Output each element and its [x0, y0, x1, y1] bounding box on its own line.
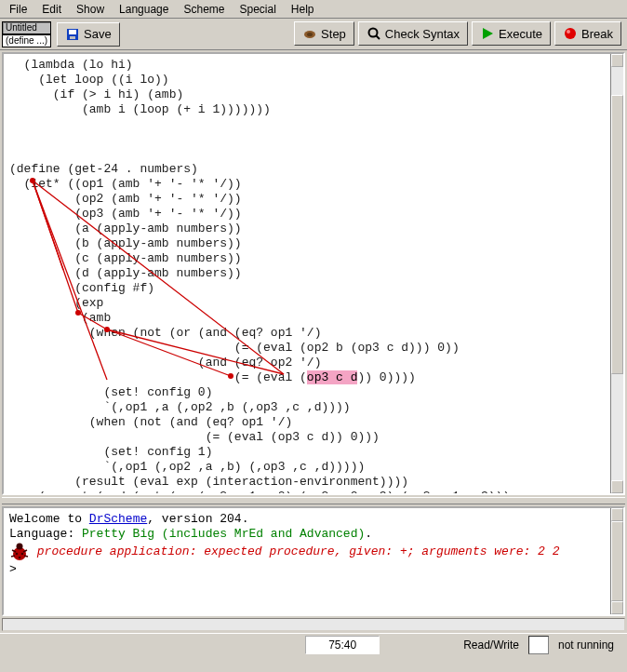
scroll-down-icon[interactable] — [611, 480, 623, 493]
svg-point-22 — [17, 544, 23, 550]
repl-text[interactable]: Welcome to DrScheme, version 204. Langua… — [4, 508, 610, 614]
step-label: Step — [321, 27, 346, 41]
code-before: (lambda (lo hi) (let loop ((i lo)) (if (… — [9, 58, 460, 384]
scroll-track[interactable] — [611, 67, 623, 480]
step-icon — [302, 26, 317, 41]
menu-help[interactable]: Help — [284, 1, 322, 18]
readwrite-label: Read/Write — [454, 638, 528, 652]
drscheme-link[interactable]: DrScheme — [89, 512, 147, 526]
svg-point-24 — [21, 553, 24, 556]
execute-icon — [480, 26, 495, 41]
execute-button[interactable]: Execute — [472, 21, 551, 46]
save-button[interactable]: Save — [57, 22, 120, 47]
break-icon — [563, 26, 578, 41]
tab-untitled[interactable]: Untitled — [2, 21, 51, 34]
menu-edit[interactable]: Edit — [34, 1, 69, 18]
welcome-prefix: Welcome to — [9, 512, 89, 526]
scroll-thumb[interactable] — [611, 95, 623, 374]
menu-bar: File Edit Show Language Scheme Special H… — [0, 0, 627, 19]
code-text[interactable]: (lambda (lo hi) (let loop ((i lo)) (if (… — [4, 54, 610, 493]
status-bar: 75:40 Read/Write not running — [0, 633, 627, 655]
svg-point-23 — [16, 553, 19, 556]
gc-indicator — [528, 636, 549, 654]
definitions-pane: (lambda (lo hi) (let loop ((i lo)) (if (… — [2, 52, 625, 495]
menu-language[interactable]: Language — [112, 1, 176, 18]
svg-point-25 — [19, 557, 21, 559]
toolbar: Untitled (define ...) Save Step Check Sy… — [0, 19, 627, 50]
svg-line-6 — [376, 35, 380, 39]
break-button[interactable]: Break — [554, 21, 621, 46]
break-label: Break — [581, 27, 613, 41]
language-value: Pretty Big (includes MrEd and Advanced) — [82, 527, 365, 541]
menu-special[interactable]: Special — [232, 1, 283, 18]
scroll-up-icon[interactable] — [611, 54, 623, 67]
save-icon — [65, 27, 80, 42]
scroll-thumb[interactable] — [611, 521, 623, 601]
check-syntax-button[interactable]: Check Syntax — [358, 21, 468, 46]
pane-splitter[interactable] — [2, 497, 625, 504]
language-period: . — [365, 527, 372, 541]
menu-show[interactable]: Show — [69, 1, 112, 18]
scroll-up-icon[interactable] — [611, 508, 623, 521]
language-label: Language: — [9, 527, 82, 541]
scroll-track[interactable] — [611, 521, 623, 601]
save-label: Save — [84, 27, 112, 41]
step-button[interactable]: Step — [294, 21, 354, 46]
horizontal-scrollbar[interactable] — [2, 618, 625, 631]
welcome-suffix: , version 204. — [147, 512, 248, 526]
code-after: )) 0)))) (set! config 0) `(,op1 ,a (,op2… — [9, 370, 510, 495]
svg-line-28 — [11, 556, 15, 557]
interactions-pane: Welcome to DrScheme, version 204. Langua… — [2, 506, 625, 616]
menu-scheme[interactable]: Scheme — [176, 1, 232, 18]
svg-rect-2 — [70, 36, 75, 39]
bug-icon — [9, 542, 30, 562]
interactions-scrollbar[interactable] — [610, 508, 623, 614]
tab-define[interactable]: (define ...) — [2, 34, 51, 47]
check-label: Check Syntax — [385, 27, 460, 41]
check-icon — [367, 26, 381, 41]
code-highlight: op3 c d — [307, 370, 358, 384]
svg-line-29 — [24, 556, 28, 557]
scroll-down-icon[interactable] — [611, 601, 623, 614]
error-message: procedure application: expected procedur… — [37, 544, 560, 558]
run-status: not running — [549, 638, 623, 652]
svg-point-4 — [307, 33, 313, 36]
menu-file[interactable]: File — [2, 1, 34, 18]
cursor-position: 75:40 — [305, 636, 380, 654]
svg-point-8 — [565, 28, 576, 39]
svg-marker-7 — [483, 28, 493, 39]
repl-prompt: > — [9, 562, 17, 576]
definitions-scrollbar[interactable] — [610, 54, 623, 493]
file-tabs: Untitled (define ...) — [2, 21, 51, 47]
execute-label: Execute — [499, 27, 542, 41]
svg-point-9 — [567, 30, 570, 34]
svg-rect-1 — [69, 30, 76, 34]
